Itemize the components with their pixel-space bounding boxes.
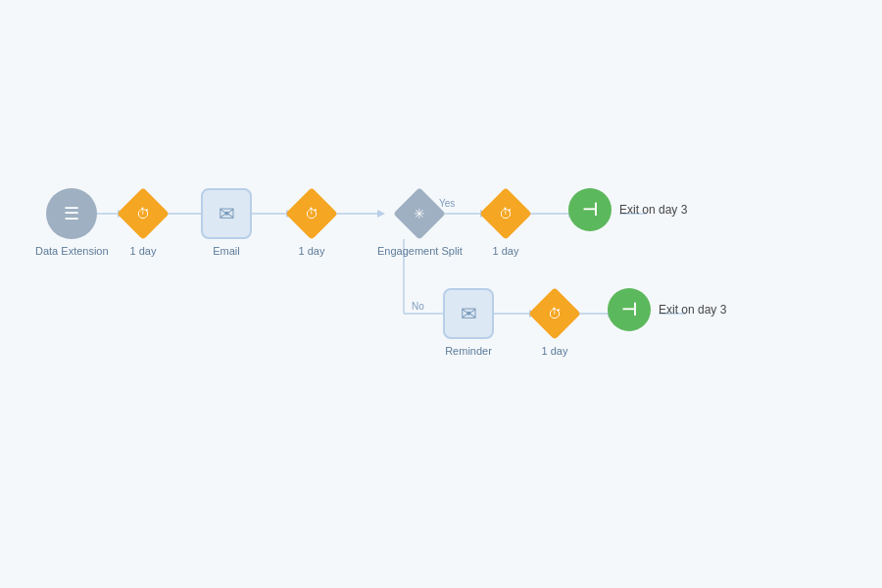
wait1-diamond: ⏱ bbox=[117, 187, 170, 240]
wait2-clock-icon: ⏱ bbox=[305, 206, 318, 221]
data-extension-icon-container bbox=[46, 188, 97, 239]
wait4-node[interactable]: ⏱ 1 day bbox=[529, 288, 580, 357]
reminder-email-icon bbox=[461, 302, 477, 325]
wait1-clock-icon: ⏱ bbox=[136, 206, 150, 221]
spark-icon: ✳ bbox=[414, 206, 425, 221]
exit2-icon-container: ⊣ bbox=[608, 288, 651, 331]
list-icon bbox=[64, 203, 79, 224]
workflow-canvas: Yes No Data Extension ⏱ bbox=[0, 0, 882, 588]
engagement-split-label: Engagement Split bbox=[377, 245, 463, 257]
reminder-icon-container bbox=[443, 288, 494, 339]
exit2-label: Exit on day 3 bbox=[659, 303, 726, 317]
wait2-diamond-wrapper: ⏱ bbox=[286, 188, 337, 239]
exit1-label: Exit on day 3 bbox=[619, 203, 687, 217]
wait3-clock-icon: ⏱ bbox=[499, 206, 513, 221]
wait2-node[interactable]: ⏱ 1 day bbox=[286, 188, 337, 257]
email-node[interactable]: Email bbox=[201, 188, 252, 257]
data-extension-label: Data Extension bbox=[35, 245, 109, 257]
exit1-node[interactable]: ⊣ Exit on day 3 bbox=[568, 188, 687, 231]
wait2-diamond: ⏱ bbox=[285, 187, 338, 240]
wait2-label: 1 day bbox=[299, 245, 325, 257]
wait4-diamond-wrapper: ⏱ bbox=[529, 288, 580, 339]
reminder-node[interactable]: Reminder bbox=[443, 288, 494, 357]
data-extension-node[interactable]: Data Extension bbox=[35, 188, 109, 257]
wait1-diamond-wrapper: ⏱ bbox=[118, 188, 169, 239]
wait3-diamond: ⏱ bbox=[479, 187, 532, 240]
reminder-label: Reminder bbox=[445, 345, 492, 357]
wait4-label: 1 day bbox=[542, 345, 568, 357]
svg-text:No: No bbox=[412, 301, 424, 312]
exit2-row: ⊣ Exit on day 3 bbox=[608, 288, 726, 331]
wait3-label: 1 day bbox=[493, 245, 519, 257]
email-label: Email bbox=[213, 245, 240, 257]
wait1-node[interactable]: ⏱ 1 day bbox=[118, 188, 169, 257]
wait3-node[interactable]: ⏱ 1 day bbox=[480, 188, 531, 257]
exit1-icon: ⊣ bbox=[582, 199, 598, 220]
connector-lines: Yes No bbox=[0, 0, 882, 588]
email-icon-container bbox=[201, 188, 252, 239]
wait4-clock-icon: ⏱ bbox=[548, 306, 562, 321]
engagement-split-wrapper: ✳ bbox=[394, 188, 445, 239]
exit2-node[interactable]: ⊣ Exit on day 3 bbox=[608, 288, 726, 331]
exit2-icon: ⊣ bbox=[621, 299, 637, 320]
email-icon bbox=[219, 202, 235, 225]
engagement-split-diamond: ✳ bbox=[394, 187, 447, 240]
wait4-diamond: ⏱ bbox=[528, 287, 581, 340]
exit1-row: ⊣ Exit on day 3 bbox=[568, 188, 687, 231]
wait3-diamond-wrapper: ⏱ bbox=[480, 188, 531, 239]
exit1-icon-container: ⊣ bbox=[568, 188, 612, 231]
engagement-split-node[interactable]: ✳ Engagement Split bbox=[377, 188, 463, 257]
wait1-label: 1 day bbox=[130, 245, 157, 257]
